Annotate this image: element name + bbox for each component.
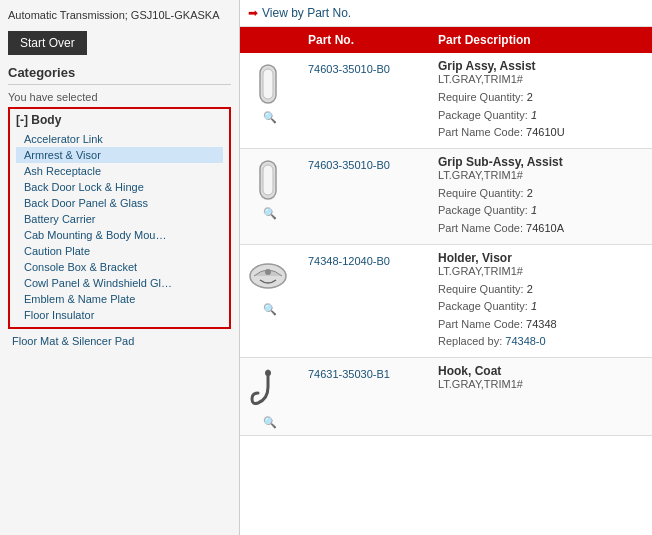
parts-table-body: 🔍74603-35010-B0Grip Assy, AssistLT.GRAY,… [240, 53, 652, 435]
part-image [246, 364, 290, 414]
require-qty-row: Require Quantity: 2 [438, 185, 644, 203]
package-qty-value: 1 [531, 300, 537, 312]
parts-table: Part No. Part Description 🔍74603-35010-B… [240, 27, 652, 436]
category-items-list: Accelerator LinkArmrest & VisorAsh Recep… [16, 131, 223, 323]
table-row: 🔍74631-35030-B1Hook, CoatLT.GRAY,TRIM1# [240, 357, 652, 435]
sidebar-category-item[interactable]: Battery Carrier [16, 211, 223, 227]
partno-col-header: Part No. [300, 27, 430, 53]
package-qty-row: Package Quantity: 1 [438, 107, 644, 125]
part-image-cell: 🔍 [240, 357, 300, 435]
arrow-icon: ➡ [248, 6, 258, 20]
require-qty-row: Require Quantity: 2 [438, 281, 644, 299]
start-over-button[interactable]: Start Over [8, 31, 87, 55]
part-name-code-label: Part Name Code: [438, 222, 523, 234]
part-image-cell: 🔍 [240, 244, 300, 357]
sidebar-category-item[interactable]: Ash Receptacle [16, 163, 223, 179]
part-desc-cell: Hook, CoatLT.GRAY,TRIM1# [430, 357, 652, 435]
part-image [246, 59, 290, 109]
view-by-part-label: View by Part No. [262, 6, 351, 20]
require-qty-label: Require Quantity: [438, 283, 524, 295]
part-desc-name: Holder, Visor [438, 251, 644, 265]
sidebar-category-item[interactable]: Accelerator Link [16, 131, 223, 147]
sidebar-category-item[interactable]: Back Door Panel & Glass [16, 195, 223, 211]
part-number-link[interactable]: 74603-35010-B0 [308, 159, 390, 171]
magnify-icon[interactable]: 🔍 [246, 207, 294, 220]
category-group-header: [-] Body [16, 113, 223, 127]
part-name-code-row: Part Name Code: 74610U [438, 124, 644, 142]
part-name-code-row: Part Name Code: 74348 [438, 316, 644, 334]
require-qty-row: Require Quantity: 2 [438, 89, 644, 107]
package-qty-label: Package Quantity: [438, 204, 528, 216]
part-number-link[interactable]: 74631-35030-B1 [308, 368, 390, 380]
part-number-link[interactable]: 74348-12040-B0 [308, 255, 390, 267]
you-have-selected-label: You have selected [8, 91, 231, 103]
main-content: ➡ View by Part No. Part No. Part Descrip… [240, 0, 652, 535]
part-number-cell: 74603-35010-B0 [300, 148, 430, 244]
magnify-icon[interactable]: 🔍 [246, 303, 294, 316]
part-name-code-row: Part Name Code: 74610A [438, 220, 644, 238]
part-image-cell: 🔍 [240, 53, 300, 148]
part-number-cell: 74603-35010-B0 [300, 53, 430, 148]
part-image-cell: 🔍 [240, 148, 300, 244]
package-qty-row: Package Quantity: 1 [438, 298, 644, 316]
part-desc-cell: Grip Assy, AssistLT.GRAY,TRIM1#Require Q… [430, 53, 652, 148]
sidebar: Automatic Transmission; GSJ10L-GKASKA St… [0, 0, 240, 535]
table-row: 🔍74603-35010-B0Grip Assy, AssistLT.GRAY,… [240, 53, 652, 148]
part-desc-cell: Grip Sub-Assy, AssistLT.GRAY,TRIM1#Requi… [430, 148, 652, 244]
sidebar-category-item[interactable]: Console Box & Bracket [16, 259, 223, 275]
view-by-part-link[interactable]: ➡ View by Part No. [240, 0, 652, 27]
sidebar-category-item[interactable]: Cowl Panel & Windshield Gl… [16, 275, 223, 291]
categories-heading: Categories [8, 65, 231, 85]
part-image [246, 155, 290, 205]
part-desc-name: Grip Sub-Assy, Assist [438, 155, 644, 169]
vehicle-info: Automatic Transmission; GSJ10L-GKASKA [8, 8, 231, 23]
sidebar-category-item[interactable]: Armrest & Visor [16, 147, 223, 163]
magnify-icon[interactable]: 🔍 [246, 416, 294, 429]
part-name-code-label: Part Name Code: [438, 318, 523, 330]
category-group: [-] Body Accelerator LinkArmrest & Visor… [8, 107, 231, 329]
package-qty-label: Package Quantity: [438, 300, 528, 312]
part-name-code-label: Part Name Code: [438, 126, 523, 138]
part-number-link[interactable]: 74603-35010-B0 [308, 63, 390, 75]
magnify-icon[interactable]: 🔍 [246, 111, 294, 124]
require-qty-label: Require Quantity: [438, 91, 524, 103]
table-row: 🔍74348-12040-B0Holder, VisorLT.GRAY,TRIM… [240, 244, 652, 357]
replaced-by-link[interactable]: 74348-0 [505, 335, 545, 347]
partdesc-col-header: Part Description [430, 27, 652, 53]
part-desc-subtitle: LT.GRAY,TRIM1# [438, 73, 644, 85]
table-row: 🔍74603-35010-B0Grip Sub-Assy, AssistLT.G… [240, 148, 652, 244]
package-qty-label: Package Quantity: [438, 109, 528, 121]
package-qty-row: Package Quantity: 1 [438, 202, 644, 220]
svg-rect-1 [263, 69, 273, 99]
require-qty-label: Require Quantity: [438, 187, 524, 199]
sidebar-category-item[interactable]: Emblem & Name Plate [16, 291, 223, 307]
part-desc-name: Hook, Coat [438, 364, 644, 378]
part-desc-subtitle: LT.GRAY,TRIM1# [438, 265, 644, 277]
replaced-by-label: Replaced by: [438, 335, 502, 347]
svg-point-5 [265, 269, 271, 275]
part-desc-cell: Holder, VisorLT.GRAY,TRIM1#Require Quant… [430, 244, 652, 357]
package-qty-value: 1 [531, 109, 537, 121]
sidebar-category-item[interactable]: Floor Insulator [16, 307, 223, 323]
image-col-header [240, 27, 300, 53]
part-number-cell: 74348-12040-B0 [300, 244, 430, 357]
sidebar-category-item[interactable]: Caution Plate [16, 243, 223, 259]
part-desc-subtitle: LT.GRAY,TRIM1# [438, 378, 644, 390]
svg-rect-3 [263, 165, 273, 195]
sidebar-category-item[interactable]: Back Door Lock & Hinge [16, 179, 223, 195]
category-item-below[interactable]: Floor Mat & Silencer Pad [8, 333, 231, 349]
part-number-cell: 74631-35030-B1 [300, 357, 430, 435]
part-desc-name: Grip Assy, Assist [438, 59, 644, 73]
svg-point-6 [265, 370, 271, 376]
part-image [246, 251, 290, 301]
replaced-by-row: Replaced by: 74348-0 [438, 333, 644, 351]
part-desc-subtitle: LT.GRAY,TRIM1# [438, 169, 644, 181]
package-qty-value: 1 [531, 204, 537, 216]
sidebar-category-item[interactable]: Cab Mounting & Body Mou… [16, 227, 223, 243]
